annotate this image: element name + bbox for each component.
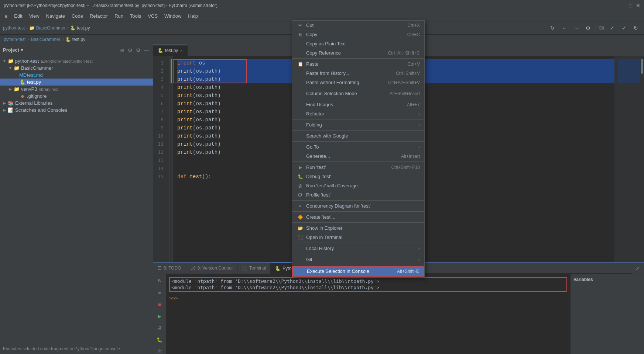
ctx-git[interactable]: Git › [292, 255, 424, 264]
tree-item-external-libs[interactable]: ▶ 📚 External Libraries [0, 100, 153, 107]
paste-icon: 📋 [297, 62, 304, 67]
tree-item-test-md[interactable]: MD test.md [0, 72, 153, 79]
sidebar-settings-btn[interactable]: ⚙ [127, 46, 133, 54]
tree-item-scratches[interactable]: ▶ 📝 Scratches and Consoles [0, 107, 153, 114]
ctx-local-history[interactable]: Local History › [292, 244, 424, 253]
ctx-refactor[interactable]: Refactor › [292, 109, 424, 118]
menu-navigate[interactable]: Navigate [43, 12, 68, 20]
ctx-copy-ref-shortcut: Ctrl+Alt+Shift+C [388, 51, 420, 56]
context-menu: ✂ Cut Ctrl+X ⎘ Copy Ctrl+C Copy as Plain… [292, 20, 425, 277]
ctx-find-usages-label: Find Usages [306, 102, 407, 107]
sidebar-minimize-btn[interactable]: — [143, 46, 150, 54]
ctx-goto[interactable]: Go To › [292, 142, 424, 152]
ctx-copy[interactable]: ⎘ Copy Ctrl+C [292, 30, 424, 39]
console-reload-btn[interactable]: ↻ [154, 275, 165, 286]
menu-code[interactable]: Code [69, 12, 86, 20]
tree-label-basicgrammer: BasicGrammer [21, 65, 53, 71]
menu-view[interactable]: View [26, 12, 42, 20]
expand-arrow[interactable]: ▼ [1, 59, 7, 63]
menu-tools[interactable]: Tools [127, 12, 144, 20]
ctx-create-test[interactable]: 🔶 Create 'test'... [292, 212, 424, 222]
panel-maximize-btn[interactable]: ⤢ [632, 263, 643, 274]
ctx-concurrency[interactable]: ≡ Concurrency Diagram for 'test' [292, 201, 424, 211]
menu-window[interactable]: Window [161, 12, 184, 20]
tree-label-python-test: python-test [15, 58, 39, 64]
ctx-copy-plain[interactable]: Copy as Plain Text [292, 39, 424, 48]
ctx-run-coverage[interactable]: ◎ Run 'test' with Coverage [292, 181, 424, 190]
expand-arrow[interactable]: ▶ [7, 87, 13, 91]
toolbar-forward[interactable]: → [571, 23, 581, 33]
tree-item-python-test[interactable]: ▼ 📁 python-test E:\PythonProject\python-… [0, 58, 153, 65]
expand-arrow[interactable]: ▼ [7, 66, 13, 70]
git-check[interactable]: ✔ [607, 23, 617, 33]
toolbar-sync[interactable]: ↻ [547, 23, 558, 33]
ctx-execute-selection[interactable]: Execute Selection in Console Alt+Shift+E [292, 266, 424, 277]
console-bug-btn[interactable]: 🐛 [154, 334, 165, 345]
git-push[interactable]: ✔ [619, 23, 629, 33]
menu-edit[interactable]: Edit [11, 12, 25, 20]
sidebar-gear-btn[interactable]: ⚙ [135, 46, 141, 54]
expand-arrow[interactable]: ▶ [1, 108, 7, 112]
maximize-button[interactable]: □ [629, 3, 632, 8]
ctx-find-usages[interactable]: Find Usages Alt+F7 [292, 100, 424, 109]
sidebar-add-btn[interactable]: ⊕ [119, 46, 125, 54]
console-run-btn[interactable]: ▶ [154, 311, 165, 321]
ctx-folding[interactable]: Folding › [292, 120, 424, 129]
breadcrumb-file[interactable]: 🐍 test.py [70, 25, 90, 31]
breadcrumb-project[interactable]: python-test [3, 25, 25, 31]
toolbar-back[interactable]: ← [559, 23, 569, 33]
fn-print: print [177, 67, 193, 75]
ctx-generate[interactable]: Generate... Alt+Insert [292, 152, 424, 161]
ctx-open-terminal[interactable]: ⬛ Open in Terminal [292, 233, 424, 242]
status-msg: Executes selected code fragment in Pytho… [3, 346, 120, 351]
ctx-debug-test[interactable]: 🐛 Debug 'test' [292, 172, 424, 181]
console-prompt-line[interactable]: >>> [169, 295, 567, 301]
ln-9: 9 [156, 124, 167, 132]
tree-item-basicgrammer[interactable]: ▼ 📁 BasicGrammer [0, 65, 153, 72]
ctx-profile[interactable]: ⏱ Profile 'test' [292, 190, 424, 199]
nav-project[interactable]: python-test [4, 37, 25, 42]
tab-todo[interactable]: ☰ 6: TODO [153, 263, 186, 274]
ctx-paste[interactable]: 📋 Paste Ctrl+V [292, 59, 424, 69]
close-button[interactable]: ✕ [636, 3, 640, 8]
menu-run[interactable]: Run [112, 12, 126, 20]
tree-item-gitignore[interactable]: ◆ .gitignore [0, 93, 153, 100]
tree-path: E:\PythonProject\python-test [41, 59, 92, 63]
breadcrumb-folder[interactable]: 📁 BasicGrammer [29, 25, 65, 31]
ctx-column-select[interactable]: Column Selection Mode Alt+Shift+Insert [292, 89, 424, 98]
git-sync[interactable]: ↻ [631, 23, 641, 33]
console-toolbar: ↻ ≡ ■ ▶ 🖨 🐛 ⏱ [153, 274, 166, 354]
tree-item-venvp3[interactable]: ▶ 📁 venvP3 library root [0, 86, 153, 93]
tab-test-py[interactable]: 🐍 test.py ✕ [153, 45, 188, 56]
tab-terminal[interactable]: ⬛ Terminal [237, 263, 271, 274]
console-history-btn[interactable]: ⏱ [154, 346, 165, 354]
ctx-paste-history[interactable]: Paste from History... Ctrl+Shift+V [292, 69, 424, 78]
tab-version-control[interactable]: ⎇ 9: Version Control [186, 263, 237, 274]
ctx-show-explorer[interactable]: 📂 Show in Explorer [292, 223, 424, 233]
tree-item-test-py[interactable]: 🐍 test.py [0, 79, 153, 86]
minimap-selection [618, 59, 640, 83]
console-list-btn[interactable]: ≡ [154, 287, 165, 298]
expand-arrow[interactable]: ▶ [1, 101, 7, 105]
ctx-paste-no-format[interactable]: Paste without Formatting Ctrl+Alt+Shift+… [292, 78, 424, 87]
menu-vcs[interactable]: VCS [145, 12, 161, 20]
ctx-cut[interactable]: ✂ Cut Ctrl+X [292, 21, 424, 30]
menu-file[interactable]: e [2, 12, 10, 20]
copy-icon: ⎘ [297, 32, 304, 37]
nav-folder[interactable]: BasicGrammer [31, 37, 60, 42]
menu-help[interactable]: Help [185, 12, 201, 20]
ctx-sep-2 [292, 88, 424, 88]
toolbar-settings[interactable]: ⚙ [583, 23, 593, 33]
nav-file[interactable]: 🐍 test.py [65, 37, 85, 42]
scroll-indicator[interactable] [641, 59, 643, 74]
window-controls[interactable]: — □ ✕ [620, 3, 640, 8]
console-content: <module 'ntpath' from 'D:\\software2\\Py… [166, 274, 570, 354]
ctx-search-google[interactable]: Search with Google [292, 131, 424, 140]
minimize-button[interactable]: — [620, 3, 626, 8]
menu-refactor[interactable]: Refactor [87, 12, 111, 20]
ctx-run-test[interactable]: ▶ Run 'test' Ctrl+Shift+F10 [292, 163, 424, 172]
console-stop-btn[interactable]: ■ [154, 299, 165, 309]
ctx-copy-ref[interactable]: Copy Reference Ctrl+Alt+Shift+C [292, 48, 424, 58]
console-print-btn[interactable]: 🖨 [154, 323, 165, 333]
tab-close-btn[interactable]: ✕ [180, 49, 183, 53]
